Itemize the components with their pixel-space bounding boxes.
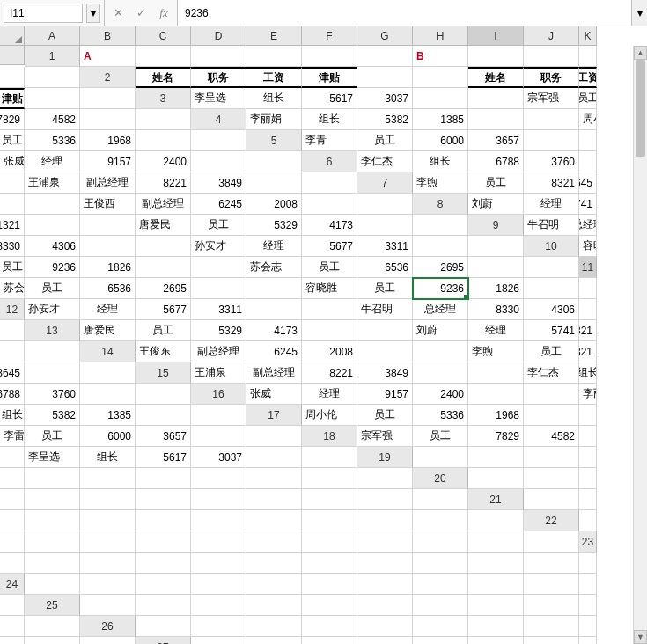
cell-A17[interactable]: 周小伦 [302, 405, 357, 426]
cell-G17[interactable]: 李雷 [0, 426, 25, 447]
cell-C5[interactable]: 6000 [413, 130, 468, 151]
cell-J7[interactable]: 2008 [246, 194, 302, 215]
cell-A6[interactable]: 李仁杰 [357, 151, 413, 172]
cell-F12[interactable] [302, 299, 357, 320]
cell-G4[interactable]: 周小伦 [579, 109, 597, 130]
cell-E4[interactable] [468, 109, 524, 130]
cell-F14[interactable] [413, 341, 468, 362]
cell-F11[interactable] [246, 278, 302, 299]
cell-E25[interactable] [302, 595, 357, 616]
cell-I2[interactable]: 工资 [579, 67, 597, 88]
cell-I5[interactable]: 9157 [80, 151, 136, 172]
cell-K3[interactable] [80, 109, 136, 130]
cell-D6[interactable]: 3760 [524, 151, 579, 172]
cell-B9[interactable]: 总经理 [579, 215, 597, 236]
row-header-16[interactable]: 16 [191, 384, 246, 405]
cell-F6[interactable] [0, 172, 25, 194]
name-box-input[interactable] [4, 4, 83, 23]
cell-F15[interactable] [468, 362, 524, 384]
cell-I22[interactable] [357, 531, 413, 553]
cell-K6[interactable] [246, 172, 302, 194]
cell-H19[interactable] [136, 468, 191, 489]
cell-C13[interactable]: 5329 [191, 320, 246, 341]
cell-J19[interactable] [246, 468, 302, 489]
cell-G19[interactable] [80, 468, 136, 489]
cell-A26[interactable] [136, 616, 191, 637]
cell-C3[interactable]: 5617 [302, 88, 357, 109]
cell-F22[interactable] [191, 531, 246, 553]
cell-B14[interactable]: 副总经理 [191, 341, 246, 362]
cell-H18[interactable]: 组长 [80, 447, 136, 468]
cell-J16[interactable]: 1385 [80, 405, 136, 426]
cell-A4[interactable]: 李丽娟 [246, 109, 302, 130]
cell-extra-10[interactable] [524, 257, 579, 278]
cell-I6[interactable]: 8221 [136, 172, 191, 194]
row-header-17[interactable]: 17 [246, 405, 302, 426]
cell-C8[interactable]: 5741 [579, 194, 597, 215]
cell-H17[interactable]: 员工 [25, 426, 80, 447]
cell-K23[interactable] [524, 553, 579, 574]
cell-E24[interactable] [246, 574, 302, 595]
cell-extra-19[interactable] [357, 468, 413, 489]
cell-K11[interactable] [524, 278, 579, 299]
confirm-button[interactable]: ✓ [133, 5, 149, 21]
cell-C12[interactable]: 5677 [136, 299, 191, 320]
cell-I21[interactable] [302, 510, 357, 531]
cell-A22[interactable] [579, 510, 597, 531]
cell-B16[interactable]: 经理 [302, 384, 357, 405]
cell-extra-13[interactable] [25, 341, 80, 362]
cell-extra-11[interactable] [579, 278, 597, 299]
cell-F9[interactable] [136, 236, 191, 257]
cell-B15[interactable]: 副总经理 [246, 362, 302, 384]
cell-C14[interactable]: 6245 [246, 341, 302, 362]
cell-C22[interactable] [25, 531, 80, 553]
column-header-H[interactable]: H [413, 26, 468, 46]
cell-H10[interactable]: 员工 [302, 257, 357, 278]
row-header-6[interactable]: 6 [302, 151, 357, 172]
name-box-dropdown[interactable]: ▾ [86, 4, 100, 23]
cell-H7[interactable]: 副总经理 [136, 194, 191, 215]
cell-J10[interactable]: 2695 [413, 257, 468, 278]
cell-A11[interactable]: 苏会志 [0, 278, 25, 299]
column-header-A[interactable]: A [25, 26, 80, 46]
cell-A24[interactable] [25, 574, 80, 595]
cell-F3[interactable] [468, 88, 524, 109]
select-all-corner[interactable] [0, 26, 25, 46]
cell-I9[interactable]: 5677 [302, 236, 357, 257]
cell-E3[interactable] [413, 88, 468, 109]
cell-extra-3[interactable] [136, 109, 191, 130]
cell-J8[interactable]: 4173 [302, 215, 357, 236]
cell-C20[interactable] [579, 468, 597, 489]
cell-F27[interactable] [468, 637, 524, 644]
cell-extra-14[interactable] [80, 362, 136, 384]
cell-K22[interactable] [468, 531, 524, 553]
cell-K12[interactable] [579, 299, 597, 320]
row-header-21[interactable]: 21 [468, 489, 524, 510]
cell-B1[interactable] [136, 46, 191, 67]
row-header-26[interactable]: 26 [80, 616, 136, 637]
cell-I7[interactable]: 6245 [191, 194, 246, 215]
cell-A27[interactable] [191, 637, 246, 644]
cell-J4[interactable]: 1968 [80, 130, 136, 151]
cell-K13[interactable] [0, 341, 25, 362]
cell-E2[interactable] [357, 67, 413, 88]
cell-D4[interactable]: 1385 [413, 109, 468, 130]
column-header-C[interactable]: C [136, 26, 191, 46]
cell-B7[interactable]: 员工 [468, 172, 524, 194]
cell-D25[interactable] [246, 595, 302, 616]
row-header-7[interactable]: 7 [357, 172, 413, 194]
cell-G21[interactable] [191, 510, 246, 531]
cell-G11[interactable]: 容晓胜 [302, 278, 357, 299]
cell-J18[interactable]: 3037 [191, 447, 246, 468]
cell-I16[interactable]: 5382 [25, 405, 80, 426]
cell-E9[interactable] [80, 236, 136, 257]
cell-B21[interactable] [579, 489, 597, 510]
cell-J24[interactable] [524, 574, 579, 595]
cell-G25[interactable] [413, 595, 468, 616]
cell-E1[interactable] [302, 46, 357, 67]
cell-D19[interactable] [579, 447, 597, 468]
cell-D27[interactable] [357, 637, 413, 644]
cell-B25[interactable] [136, 595, 191, 616]
cell-H2[interactable]: 职务 [524, 67, 579, 88]
cell-B24[interactable] [80, 574, 136, 595]
